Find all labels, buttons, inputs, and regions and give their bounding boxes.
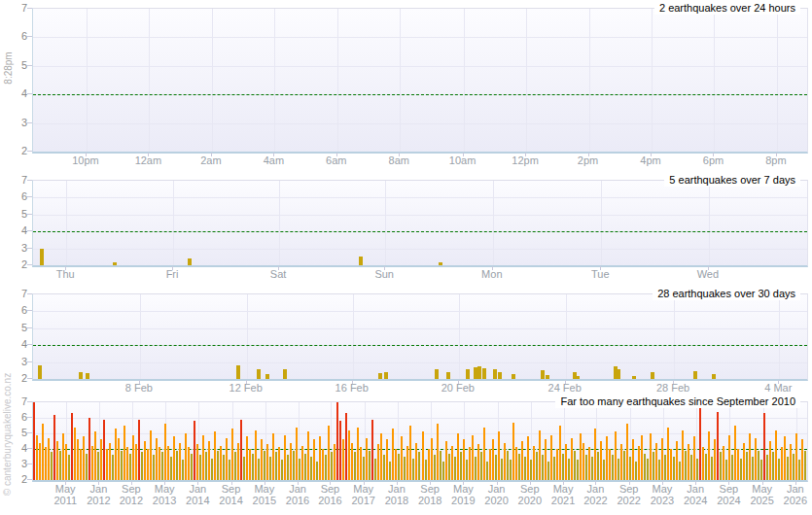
earthquake-bar[interactable] <box>404 457 406 480</box>
earthquake-bar[interactable] <box>708 431 710 480</box>
earthquake-bar[interactable] <box>386 439 388 480</box>
earthquake-bar[interactable] <box>498 431 500 480</box>
earthquake-bar[interactable] <box>801 439 803 480</box>
earthquake-bar[interactable] <box>772 452 774 480</box>
earthquake-bar[interactable] <box>457 433 459 480</box>
earthquake-bar[interactable] <box>141 452 143 480</box>
earthquake-bar[interactable] <box>588 447 590 480</box>
earthquake-bar[interactable] <box>720 452 722 480</box>
earthquake-bar[interactable] <box>159 447 160 480</box>
earthquake-bar[interactable] <box>100 439 102 480</box>
earthquake-bar[interactable] <box>580 433 582 480</box>
earthquake-bar[interactable] <box>91 446 93 480</box>
earthquake-bar[interactable] <box>725 460 727 480</box>
earthquake-bar[interactable] <box>615 431 617 480</box>
earthquake-bar[interactable] <box>220 446 222 480</box>
earthquake-bar[interactable] <box>454 457 456 480</box>
earthquake-bar[interactable] <box>132 435 134 480</box>
earthquake-bar[interactable] <box>226 438 228 480</box>
earthquake-bar[interactable] <box>547 462 549 480</box>
earthquake-bar[interactable] <box>88 418 90 480</box>
earthquake-bar[interactable] <box>363 457 365 480</box>
earthquake-bar[interactable] <box>339 421 341 480</box>
earthquake-bar[interactable] <box>795 433 797 480</box>
earthquake-bar[interactable] <box>658 460 660 480</box>
earthquake-bar[interactable] <box>412 459 414 480</box>
earthquake-bar[interactable] <box>354 452 356 480</box>
earthquake-bar[interactable] <box>577 460 579 480</box>
earthquake-bar[interactable] <box>696 459 698 480</box>
earthquake-bar[interactable] <box>208 441 210 480</box>
earthquake-bar[interactable] <box>328 426 330 480</box>
earthquake-bar[interactable] <box>406 446 408 480</box>
earthquake-bar[interactable] <box>647 459 649 480</box>
earthquake-bar[interactable] <box>787 457 789 480</box>
earthquake-bar[interactable] <box>252 454 254 480</box>
earthquake-bar[interactable] <box>112 455 114 480</box>
earthquake-bar[interactable] <box>266 444 268 480</box>
earthquake-bar[interactable] <box>632 439 634 480</box>
earthquake-bar[interactable] <box>62 433 64 480</box>
earthquake-bar[interactable] <box>746 452 748 480</box>
earthquake-bar[interactable] <box>161 452 163 480</box>
earthquake-bar[interactable] <box>164 424 166 480</box>
earthquake-bar[interactable] <box>804 451 806 480</box>
earthquake-bar[interactable] <box>431 438 433 480</box>
earthquake-bar[interactable] <box>205 452 207 480</box>
earthquake-bar[interactable] <box>304 454 306 480</box>
earthquake-bar[interactable] <box>176 451 178 480</box>
earthquake-bar[interactable] <box>758 451 759 480</box>
earthquake-bar[interactable] <box>702 447 704 480</box>
earthquake-bar[interactable] <box>287 455 289 480</box>
earthquake-bar[interactable] <box>275 452 277 480</box>
earthquake-bar[interactable] <box>167 446 169 480</box>
earthquake-bar[interactable] <box>650 433 652 480</box>
earthquake-bar[interactable] <box>661 438 663 480</box>
earthquake-bar[interactable] <box>597 452 599 480</box>
earthquake-bar[interactable] <box>258 459 260 480</box>
earthquake-bar[interactable] <box>723 446 724 480</box>
earthquake-bar[interactable] <box>202 435 204 480</box>
earthquake-bar[interactable] <box>638 446 640 480</box>
earthquake-bar[interactable] <box>74 428 76 480</box>
earthquake-bar[interactable] <box>194 421 195 480</box>
earthquake-bar[interactable] <box>255 430 257 480</box>
earthquake-bar[interactable] <box>495 455 497 480</box>
earthquake-bar[interactable] <box>740 459 742 480</box>
earthquake-bar[interactable] <box>42 424 44 480</box>
earthquake-bar[interactable] <box>620 444 622 480</box>
earthquake-bar[interactable] <box>39 443 41 480</box>
earthquake-bar[interactable] <box>281 460 283 480</box>
earthquake-bar[interactable] <box>688 444 689 480</box>
earthquake-bar[interactable] <box>472 435 474 480</box>
earthquake-bar[interactable] <box>48 438 50 480</box>
earthquake-bar[interactable] <box>571 438 573 480</box>
earthquake-bar[interactable] <box>357 428 359 480</box>
earthquake-bar[interactable] <box>231 429 233 480</box>
earthquake-bar[interactable] <box>781 447 783 480</box>
earthquake-bar[interactable] <box>667 428 669 480</box>
earthquake-bar[interactable] <box>307 431 309 480</box>
earthquake-bar[interactable] <box>272 433 274 480</box>
earthquake-bar[interactable] <box>115 429 117 480</box>
earthquake-bar[interactable] <box>211 459 213 480</box>
earthquake-bar[interactable] <box>477 444 479 480</box>
earthquake-bar[interactable] <box>415 443 417 480</box>
earthquake-bar[interactable] <box>86 454 88 480</box>
earthquake-bar[interactable] <box>214 431 216 480</box>
earthquake-bar[interactable] <box>71 413 73 480</box>
earthquake-bar[interactable] <box>693 436 695 480</box>
earthquake-bar[interactable] <box>492 439 494 480</box>
earthquake-bar[interactable] <box>77 439 79 480</box>
earthquake-bar[interactable] <box>670 449 672 480</box>
earthquake-bar[interactable] <box>138 420 140 480</box>
earthquake-bar[interactable] <box>188 447 190 480</box>
earthquake-bar[interactable] <box>562 454 564 480</box>
earthquake-bar[interactable] <box>243 457 245 480</box>
earthquake-bar[interactable] <box>612 455 614 480</box>
earthquake-bar[interactable] <box>524 457 526 480</box>
earthquake-bar[interactable] <box>501 459 503 480</box>
earthquake-bar[interactable] <box>217 451 219 480</box>
earthquake-bar[interactable] <box>486 462 488 480</box>
earthquake-bar[interactable] <box>126 447 128 480</box>
